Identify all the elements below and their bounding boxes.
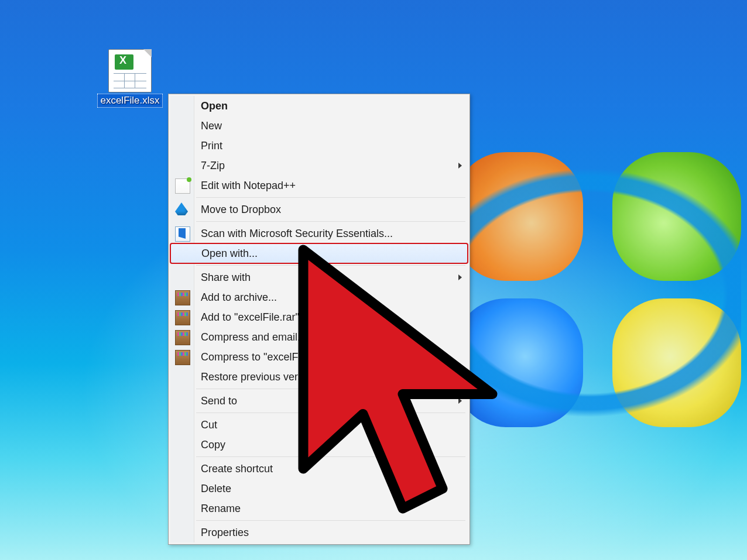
menu-item-label: Scan with Microsoft Security Essentials.… [201, 228, 393, 240]
menu-item-label: Rename [201, 503, 241, 515]
menu-separator [196, 265, 465, 266]
menu-item-add-to-rar[interactable]: Add to "excelFile.rar" [170, 307, 468, 327]
menu-separator [196, 456, 465, 457]
menu-item-open-with[interactable]: Open with... [170, 243, 468, 263]
menu-item-open[interactable]: Open [170, 96, 468, 116]
desktop-file-excel[interactable]: excelFile.xlsx [96, 49, 164, 108]
winrar-icon [175, 310, 190, 325]
winrar-icon [175, 290, 190, 305]
menu-item-label: Add to archive... [201, 291, 277, 304]
menu-separator [196, 221, 465, 222]
menu-item-scan-mse[interactable]: Scan with Microsoft Security Essentials.… [170, 224, 468, 243]
menu-item-rename[interactable]: Rename [170, 499, 468, 518]
menu-item-label: Add to "excelFile.rar" [201, 311, 299, 324]
menu-item-label: Create shortcut [201, 463, 273, 475]
menu-separator [196, 520, 465, 521]
menu-item-label: Compress to "excelFile.rar" and email [201, 351, 377, 363]
menu-item-label: Print [201, 140, 222, 152]
submenu-arrow-icon [458, 274, 462, 280]
menu-item-properties[interactable]: Properties [170, 523, 468, 542]
menu-separator [196, 197, 465, 198]
menu-item-compress-email[interactable]: Compress and email... [170, 327, 468, 347]
menu-item-label: Compress and email... [201, 331, 306, 343]
dropbox-icon [175, 202, 188, 215]
mse-icon [175, 226, 190, 242]
menu-item-label: Cut [201, 419, 217, 431]
menu-item-send-to[interactable]: Send to [170, 391, 468, 411]
menu-item-copy[interactable]: Copy [170, 435, 468, 455]
winrar-icon [175, 330, 190, 345]
menu-item-restore-previous[interactable]: Restore previous versions [170, 367, 468, 387]
menu-item-label: Move to Dropbox [201, 204, 281, 216]
menu-item-share-with[interactable]: Share with [170, 267, 468, 287]
menu-item-label: Properties [201, 527, 249, 539]
menu-item-label: Restore previous versions [201, 371, 323, 383]
menu-item-print[interactable]: Print [170, 136, 468, 156]
menu-item-label: Copy [201, 439, 225, 451]
submenu-arrow-icon [458, 163, 462, 169]
menu-item-label: Send to [201, 395, 237, 407]
desktop-wallpaper[interactable]: excelFile.xlsx Open New Print 7-Zip Edit… [0, 0, 747, 560]
notepadpp-icon [175, 178, 190, 194]
menu-separator [196, 389, 465, 389]
menu-item-label: Share with [201, 272, 251, 284]
context-menu: Open New Print 7-Zip Edit with Notepad++… [168, 94, 470, 545]
menu-item-cut[interactable]: Cut [170, 415, 468, 435]
menu-item-label: New [201, 120, 222, 132]
excel-file-icon [108, 49, 152, 92]
menu-item-move-dropbox[interactable]: Move to Dropbox [170, 200, 468, 219]
menu-item-add-archive[interactable]: Add to archive... [170, 287, 468, 307]
menu-item-compress-to-rar-email[interactable]: Compress to "excelFile.rar" and email [170, 347, 468, 367]
windows-logo-wallpaper [437, 135, 741, 439]
menu-separator [196, 413, 465, 413]
menu-item-edit-notepadpp[interactable]: Edit with Notepad++ [170, 176, 468, 195]
menu-item-label: Open [201, 100, 228, 112]
menu-item-label: Open with... [201, 248, 258, 260]
menu-item-label: Delete [201, 483, 231, 495]
menu-item-label: 7-Zip [201, 160, 225, 172]
submenu-arrow-icon [458, 398, 462, 404]
file-label: excelFile.xlsx [97, 94, 162, 108]
menu-item-new[interactable]: New [170, 116, 468, 136]
menu-item-7zip[interactable]: 7-Zip [170, 156, 468, 176]
menu-item-delete[interactable]: Delete [170, 479, 468, 499]
menu-item-label: Edit with Notepad++ [201, 180, 296, 192]
winrar-icon [175, 350, 190, 365]
menu-item-create-shortcut[interactable]: Create shortcut [170, 459, 468, 479]
